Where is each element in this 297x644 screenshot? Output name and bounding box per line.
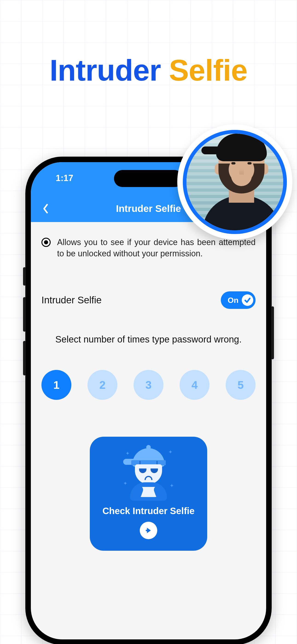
back-button[interactable]	[41, 204, 50, 213]
attempts-option-4[interactable]: 4	[180, 370, 210, 400]
selfie-photo	[186, 134, 283, 230]
toggle-check-icon	[242, 294, 253, 306]
promo-heading: Intruder Selfie	[0, 53, 297, 88]
attempts-option-5[interactable]: 5	[226, 370, 256, 400]
attempts-instruction: Select number of times type password wro…	[40, 334, 257, 344]
nav-title: Intruder Selfie	[116, 203, 181, 214]
intruder-selfie-preview	[177, 124, 292, 240]
radio-selected-icon[interactable]	[42, 238, 51, 247]
check-intruder-title: Check Intruder Selfie	[102, 506, 194, 516]
arrow-right-circle-icon	[140, 522, 157, 539]
promo-word-1: Intruder	[50, 54, 161, 87]
svg-rect-1	[146, 530, 150, 531]
setting-label: Intruder Selfie	[42, 294, 102, 306]
intruder-illustration: ✦✦ ✦✦	[123, 448, 174, 499]
dynamic-island	[114, 170, 183, 187]
chevron-left-icon	[42, 204, 48, 214]
check-intruder-card[interactable]: ✦✦ ✦✦ Check Intruder Selfie	[90, 437, 207, 551]
feature-description: Allows you to see if your device has bee…	[57, 237, 256, 259]
intruder-selfie-toggle[interactable]: On	[221, 291, 256, 309]
phone-side-button	[23, 267, 26, 286]
attempts-option-3[interactable]: 3	[134, 370, 164, 400]
phone-side-button	[23, 341, 26, 376]
attempts-options: 1 2 3 4 5	[40, 370, 257, 400]
intruder-selfie-setting-row: Intruder Selfie On	[40, 291, 257, 309]
status-time: 1:17	[56, 173, 73, 183]
attempts-option-1[interactable]: 1	[42, 370, 71, 400]
toggle-state-text: On	[228, 296, 238, 305]
phone-side-button	[271, 306, 274, 359]
attempts-option-2[interactable]: 2	[88, 370, 118, 400]
phone-side-button	[23, 297, 26, 332]
promo-word-2: Selfie	[169, 54, 248, 87]
screen-content: Allows you to see if your device has bee…	[31, 222, 266, 551]
selfie-photo-ring	[183, 130, 287, 234]
